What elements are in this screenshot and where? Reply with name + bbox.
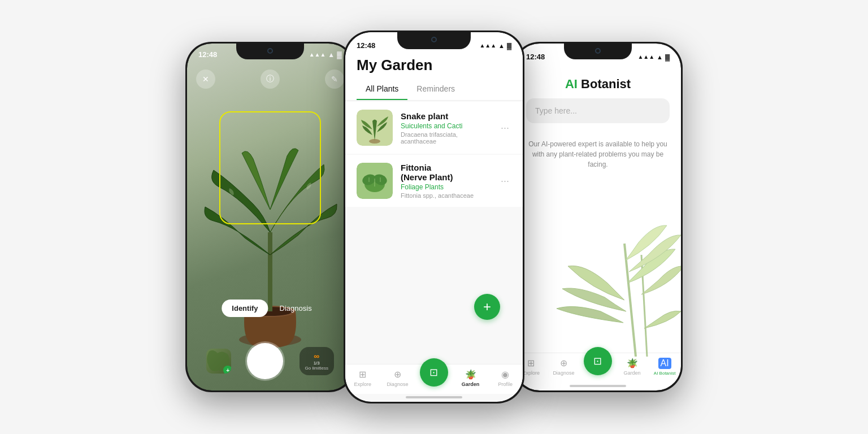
camera-dot-2 [431,37,437,42]
plant-more-button-fittonia[interactable]: ··· [498,173,511,189]
svg-point-5 [369,139,380,144]
battery-icon: ▓ [337,51,342,59]
camera-dot [267,48,273,54]
plant-scientific-snake: Dracaena trifasciata, acanthaceae [401,131,491,145]
plant-name-fittonia: Fittonia (Nerve Plant) [401,163,491,182]
diagnosis-button[interactable]: Diagnosis [273,300,319,317]
garden-tabs: All Plants Reminders [345,79,523,101]
shutter-button[interactable] [247,343,283,379]
close-button[interactable]: ✕ [196,70,215,89]
botanist-title: AI Botanist [524,77,672,92]
nav-scan[interactable]: ⊡ [420,370,448,387]
garden-icon-3: 🪴 [627,358,638,368]
garden-icon: 🪴 [465,369,476,380]
explore-icon-3: ⊞ [527,358,535,368]
profile-icon: ◉ [501,369,509,380]
edit-icon: ✎ [331,75,338,84]
wifi-icon-2: ▲ [498,42,505,49]
info-button[interactable]: ⓘ [261,70,280,89]
phone-camera: 12:48 ▲▲▲ ▲ ▓ ✕ ⓘ ✎ [185,42,355,392]
botanist-search-input[interactable]: Type here... [526,98,670,123]
status-icons-phone3: ▲▲▲ ▲ ▓ [637,54,670,60]
info-icon: ⓘ [266,74,274,84]
go-limitless-button[interactable]: ∞ 1/3 Go limitless [300,347,334,375]
add-plant-icon[interactable]: + [223,366,231,374]
ai-botanist-label: AI Botanist [654,371,676,376]
infinity-icon: ∞ [305,351,328,361]
battery-icon-2: ▓ [507,42,511,49]
gallery-thumbnail[interactable]: + [206,349,231,374]
garden-header: My Garden [345,52,523,79]
profile-label: Profile [498,381,513,387]
nav-ai-botanist[interactable]: AI AI Botanist [652,358,677,376]
time-phone2: 12:48 [357,41,375,50]
time-phone1: 12:48 [198,50,217,59]
signal-icon: ▲▲▲ [309,51,326,58]
status-icons-phone1: ▲▲▲ ▲ ▓ [309,51,342,59]
nav-explore[interactable]: ⊞ Explore [350,369,375,387]
tab-reminders[interactable]: Reminders [407,79,464,100]
plant-scientific-fittonia: Fittonia spp., acanthaceae [401,192,491,199]
phone-garden: 12:48 ▲▲▲ ▲ ▓ My Garden All Plants [344,31,524,403]
nav-diagnose[interactable]: ⊕ Diagnose [385,369,410,387]
notch-3 [564,44,632,59]
camera-bottom-bar: + ∞ 1/3 Go limitless [187,343,353,379]
home-indicator-phone3 [570,385,626,387]
bottom-nav-garden: ⊞ Explore ⊕ Diagnose ⊡ [345,364,523,394]
plant-info-fittonia: Fittonia (Nerve Plant) Foliage Plants Fi… [401,163,491,199]
plant-more-button-snake[interactable]: ··· [498,120,511,136]
diagnose-label: Diagnose [387,381,408,387]
diagnose-icon-3: ⊕ [560,358,567,368]
wifi-icon: ▲ [328,51,335,59]
nav-diagnose-3[interactable]: ⊕ Diagnose [551,358,576,376]
garden-screen: 12:48 ▲▲▲ ▲ ▓ My Garden All Plants [345,32,523,402]
time-phone3: 12:48 [526,53,545,61]
nav-garden[interactable]: 🪴 Garden [458,369,483,387]
scan-button[interactable]: ⊡ [420,358,448,387]
garden-label-3: Garden [624,370,641,376]
wifi-icon-3: ▲ [657,54,663,60]
nav-profile[interactable]: ◉ Profile [493,369,518,387]
diagnose-icon: ⊕ [394,369,401,380]
botanist-spacer [515,170,681,353]
nav-garden-3[interactable]: 🪴 Garden [620,358,645,376]
scan-icon: ⊡ [429,366,438,379]
plant-item-fittonia[interactable]: Fittonia (Nerve Plant) Foliage Plants Fi… [345,155,523,207]
nav-scan-3[interactable]: ⊡ [584,358,612,375]
phones-container: 12:48 ▲▲▲ ▲ ▓ ✕ ⓘ ✎ [185,31,683,403]
signal-icon-3: ▲▲▲ [637,54,654,60]
ai-label: AI [565,77,578,91]
plant-info-snake: Snake plant Suiculents and Cacti Dracaen… [401,111,491,145]
diagnose-label-3: Diagnose [553,370,574,376]
plant-name-snake: Snake plant [401,111,491,121]
bottom-nav-botanist: ⊞ Explore ⊕ Diagnose ⊡ [515,353,681,383]
phone-ai-botanist: 12:48 ▲▲▲ ▲ ▓ AI Botanist [513,42,683,392]
botanist-header: AI Botanist [515,63,681,98]
botanist-screen: 12:48 ▲▲▲ ▲ ▓ AI Botanist [515,44,681,390]
plant-item-snake[interactable]: Snake plant Suiculents and Cacti Dracaen… [345,102,523,154]
scan-button-3[interactable]: ⊡ [584,347,612,375]
signal-icon-2: ▲▲▲ [479,42,496,49]
search-container: Type here... [515,98,681,130]
plant-list: Snake plant Suiculents and Cacti Dracaen… [345,101,523,329]
scan-icon-3: ⊡ [593,355,602,367]
notch-2 [397,32,471,49]
plus-icon: + [483,299,491,315]
garden-label: Garden [462,381,480,387]
go-limitless-label: Go limitless [305,366,328,371]
tab-all-plants[interactable]: All Plants [357,79,407,100]
plant-category-fittonia: Foliage Plants [401,183,491,191]
explore-label-3: Explore [523,370,540,376]
botanist-description: Our AI-powered expert is available to he… [515,130,681,170]
identify-button[interactable]: Identify [222,300,268,317]
mode-selector: Identify Diagnosis [222,300,318,317]
placeholder-text: Type here... [535,106,577,115]
edit-button[interactable]: ✎ [325,70,344,89]
plant-thumb-fittonia [357,163,393,199]
scan-box [219,111,321,224]
garden-title: My Garden [357,57,511,74]
notch [236,44,304,59]
close-icon: ✕ [202,75,209,84]
plant-category-snake: Suiculents and Cacti [401,122,491,130]
add-plant-fab[interactable]: + [474,294,500,320]
